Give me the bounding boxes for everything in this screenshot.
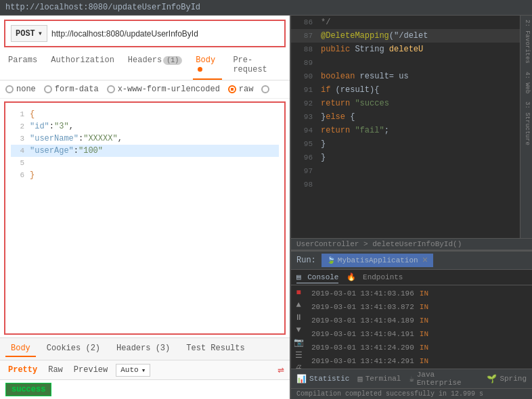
- breadcrumb: UserController > deleteUserInfoById(): [291, 238, 532, 250]
- java-icon: ☕: [409, 374, 414, 384]
- console-tabs: ▤ Console 🔥 Endpoints: [291, 270, 532, 285]
- run-close-icon[interactable]: ×: [422, 255, 428, 266]
- radio-formdata: [44, 85, 52, 93]
- run-label: Run:: [296, 256, 316, 265]
- run-bar: Run: 🍃 MybatisApplication ×: [291, 252, 532, 270]
- scroll-down-button[interactable]: ▼: [292, 325, 305, 335]
- console-log: 2019-03-01 13:41:03.196 IN 2019-03-01 13…: [306, 285, 532, 369]
- vtab-favorites[interactable]: 2: Favorites: [520, 16, 532, 68]
- body-option-binary[interactable]: [261, 85, 269, 93]
- ide-line-90: 90 boolean result= us: [291, 70, 520, 83]
- log-area: ■ ▲ ⏸ ▼ 📷 ☰ 🖨 ✕ 2019-03-01 13:41:03.196 …: [291, 285, 532, 369]
- request-body-editor[interactable]: 1 { 2 "id":"3", 3 "userName":"XXXXX", 4 …: [4, 101, 286, 335]
- body-options: none form-data x-www-form-urlencoded raw: [0, 80, 290, 99]
- code-line-3: 3 "userName":"XXXXX",: [11, 133, 279, 145]
- statistic-icon: 📊: [296, 374, 307, 384]
- run-app-name: MybatisApplication: [338, 256, 418, 264]
- log-line-3: 2019-03-01 13:41:04.189 IN: [309, 314, 529, 327]
- log-line-5: 2019-03-01 13:41:24.290 IN: [309, 341, 529, 354]
- ide-code-editor: 86 */ 87 @DeleteMapping("/delet 88 publi…: [291, 16, 520, 238]
- method-label: POST: [16, 29, 35, 39]
- camera-button[interactable]: 📷: [292, 337, 305, 348]
- format-bar: Pretty Raw Preview Auto ▾ ⇌: [0, 360, 290, 379]
- tab-headers[interactable]: Headers(1): [125, 51, 185, 80]
- tab-body[interactable]: Body: [193, 51, 222, 80]
- response-area: success: [0, 379, 290, 399]
- ide-panel: 86 */ 87 @DeleteMapping("/delet 88 publi…: [291, 16, 532, 399]
- ide-line-92: 92 return "succes: [291, 97, 520, 110]
- ide-line-95: 95 }: [291, 137, 520, 151]
- compilation-msg: Compilation completed successfully in 12…: [291, 388, 532, 399]
- log-line-1: 2019-03-01 13:41:03.196 IN: [309, 287, 529, 300]
- stop-button[interactable]: ■: [292, 288, 305, 298]
- method-dropdown-icon: ▾: [38, 28, 43, 39]
- wrap-icon[interactable]: ⇌: [278, 363, 284, 377]
- console-tab-console[interactable]: ▤ Console: [296, 271, 338, 283]
- vtab-web[interactable]: 4: Web: [520, 68, 532, 97]
- format-select[interactable]: Auto ▾: [116, 364, 150, 377]
- tab-response-body[interactable]: Body: [5, 341, 36, 357]
- status-tab-statistic[interactable]: 📊 Statistic: [296, 374, 349, 384]
- ide-line-93: 93 }else {: [291, 110, 520, 124]
- response-tabs: Body Cookies (2) Headers (3) Test Result…: [0, 337, 290, 360]
- ide-line-87: 87 @DeleteMapping("/delet: [291, 29, 520, 43]
- request-tabs: Params Authorization Headers(1) Body Pre…: [0, 51, 290, 80]
- print-button[interactable]: 🖨: [292, 363, 305, 369]
- url-bar-text: http://localhost:8080/updateUserInfoById: [5, 3, 200, 12]
- ide-line-94: 94 return "fail";: [291, 124, 520, 137]
- body-option-urlencoded[interactable]: x-www-form-urlencoded: [107, 85, 220, 94]
- status-tab-spring[interactable]: 🌱 Spring: [487, 374, 527, 384]
- ide-controls: ■ ▲ ⏸ ▼ 📷 ☰ 🖨 ✕: [291, 285, 306, 369]
- radio-raw: [228, 85, 236, 93]
- format-pretty[interactable]: Pretty: [5, 364, 40, 376]
- code-line-5: 5: [11, 157, 279, 169]
- code-line-1: 1 {: [11, 108, 279, 120]
- ide-line-96: 96 }: [291, 151, 520, 164]
- ide-line-89: 89: [291, 56, 520, 70]
- scroll-up-button[interactable]: ▲: [292, 300, 305, 310]
- status-tab-java-enterprise[interactable]: ☕ Java Enterprise: [409, 371, 479, 387]
- ide-bottom-panel: Run: 🍃 MybatisApplication × ▤ Console 🔥 …: [291, 250, 532, 399]
- request-bar: POST ▾: [4, 20, 286, 47]
- radio-urlencoded: [107, 85, 115, 93]
- code-line-6: 6 }: [11, 169, 279, 181]
- tab-authorization[interactable]: Authorization: [48, 51, 117, 80]
- ide-editor-area: 86 */ 87 @DeleteMapping("/delet 88 publi…: [291, 16, 532, 238]
- terminal-icon: ▤: [357, 374, 362, 384]
- body-option-none[interactable]: none: [5, 85, 36, 94]
- method-select[interactable]: POST ▾: [11, 25, 47, 42]
- body-option-raw[interactable]: raw: [228, 85, 254, 94]
- pause-button[interactable]: ⏸: [292, 312, 305, 323]
- body-option-formdata[interactable]: form-data: [44, 85, 99, 94]
- ide-line-98: 98: [291, 178, 520, 191]
- ide-line-91: 91 if (result){: [291, 83, 520, 97]
- tab-response-headers[interactable]: Headers (3): [111, 341, 175, 357]
- radio-binary: [261, 85, 269, 93]
- format-raw[interactable]: Raw: [45, 364, 66, 376]
- request-url-input[interactable]: [51, 29, 279, 39]
- success-badge: success: [5, 383, 51, 396]
- vtab-structure[interactable]: 3: Structure: [520, 97, 532, 149]
- tab-response-cookies[interactable]: Cookies (2): [41, 341, 106, 357]
- chevron-down-icon: ▾: [141, 366, 146, 375]
- vertical-tabs: 2: Favorites 4: Web 3: Structure: [520, 16, 532, 238]
- url-bar: http://localhost:8080/updateUserInfoById: [0, 0, 532, 16]
- log-line-6: 2019-03-01 13:41:24.291 IN: [309, 354, 529, 368]
- ide-line-86: 86 */: [291, 16, 520, 29]
- ide-line-88: 88 public String deleteU: [291, 43, 520, 56]
- ide-line-97: 97: [291, 164, 520, 178]
- run-app[interactable]: 🍃 MybatisApplication ×: [322, 254, 433, 267]
- log-line-4: 2019-03-01 13:41:04.191 IN: [309, 327, 529, 341]
- console-tab-endpoints[interactable]: 🔥 Endpoints: [347, 271, 403, 283]
- radio-none: [5, 85, 14, 93]
- breadcrumb-text: UserController > deleteUserInfoById(): [296, 240, 462, 248]
- tab-test-results[interactable]: Test Results: [181, 341, 250, 357]
- status-tab-terminal[interactable]: ▤ Terminal: [357, 374, 401, 384]
- postman-panel: POST ▾ Params Authorization Headers(1) B…: [0, 16, 291, 399]
- tab-prerequest[interactable]: Pre-request: [230, 51, 284, 80]
- list-button[interactable]: ☰: [292, 350, 305, 360]
- run-icon: 🍃: [327, 256, 335, 264]
- format-preview[interactable]: Preview: [71, 364, 110, 376]
- tab-params[interactable]: Params: [5, 51, 40, 80]
- code-line-4: 4 "userAge":"100": [11, 145, 279, 157]
